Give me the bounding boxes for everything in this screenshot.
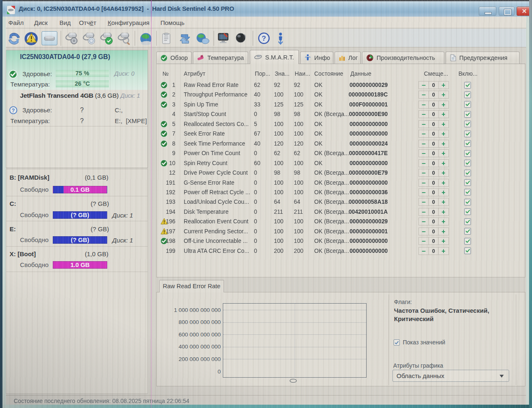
- svg-text:?: ?: [262, 35, 266, 42]
